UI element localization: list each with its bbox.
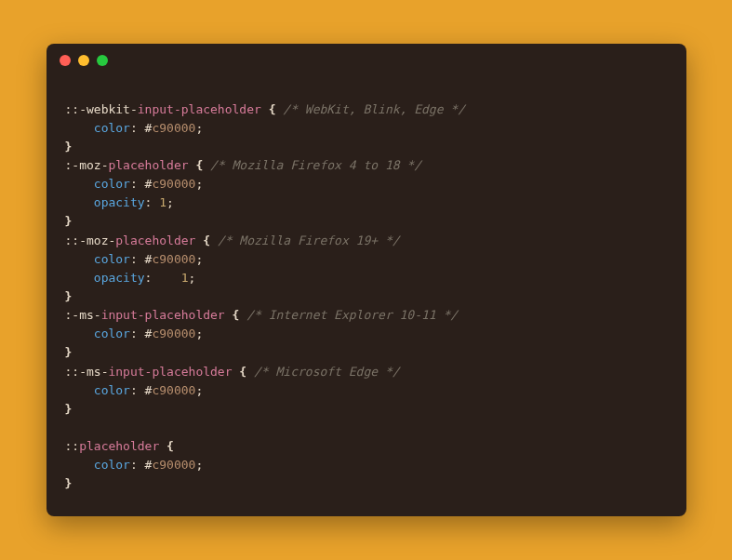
maximize-icon[interactable]	[97, 55, 108, 66]
code-window: ::-webkit-input-placeholder { /* WebKit,…	[47, 44, 686, 515]
close-icon[interactable]	[60, 55, 71, 66]
code-block: ::-webkit-input-placeholder { /* WebKit,…	[47, 72, 686, 515]
window-titlebar	[47, 44, 686, 72]
minimize-icon[interactable]	[78, 55, 89, 66]
